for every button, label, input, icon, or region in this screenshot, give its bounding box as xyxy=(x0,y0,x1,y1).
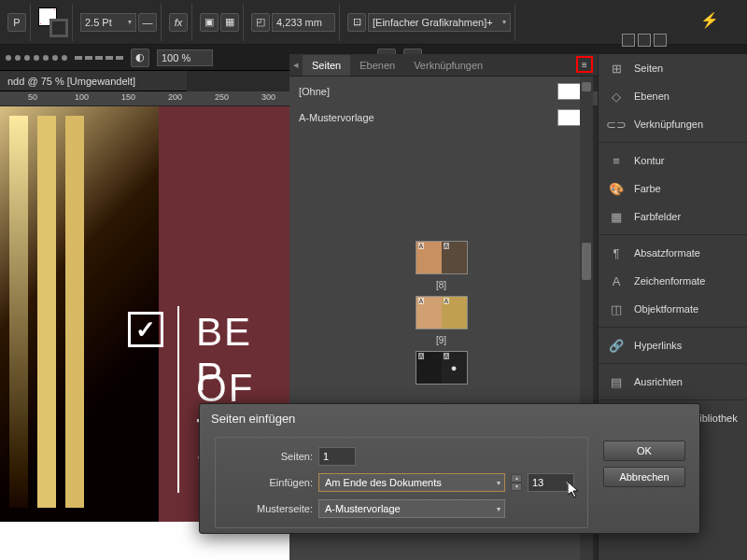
lightning-icon[interactable]: ⚡ xyxy=(700,11,719,29)
page-spinner[interactable]: ▴▾ xyxy=(511,474,522,491)
panel-verknüpfungen[interactable]: ⊂⊃Verknüpfungen xyxy=(599,110,747,138)
object-style-dropdown[interactable]: [Einfacher Grafikrahmen]+ xyxy=(368,13,511,32)
panel-ausrichten[interactable]: ▤Ausrichten xyxy=(599,368,747,396)
panel-farbfelder[interactable]: ▦Farbfelder xyxy=(599,203,747,231)
char-icon[interactable]: P xyxy=(7,13,26,32)
panel-tab-bar: ◂ Seiten Ebenen Verknüpfungen ▸▸ xyxy=(289,54,598,77)
panel-hyperlinks[interactable]: 🔗Hyperlinks xyxy=(599,331,747,359)
stroke-style-icon[interactable]: — xyxy=(138,13,157,32)
tab-seiten[interactable]: Seiten xyxy=(303,55,350,76)
fill-stroke-control[interactable] xyxy=(38,7,68,37)
page-thumb-8[interactable] xyxy=(416,241,468,274)
master-none-row[interactable]: [Ohne] xyxy=(289,77,593,103)
insert-position-select[interactable]: Am Ende des Dokuments xyxy=(318,473,505,492)
dialog-title: Seiten einfügen xyxy=(200,404,699,433)
view-mode-2[interactable] xyxy=(638,34,651,47)
frame-icon[interactable]: ⊡ xyxy=(347,13,366,32)
cancel-button[interactable]: Abbrechen xyxy=(603,467,685,487)
panel-zeichenformate[interactable]: AZeichenformate xyxy=(599,267,747,295)
pages-count-input[interactable] xyxy=(318,447,356,466)
panel-farbe[interactable]: 🎨Farbe xyxy=(599,175,747,203)
tab-verknuepfungen[interactable]: Verknüpfungen xyxy=(404,55,492,76)
checkmark-graphic xyxy=(128,312,163,347)
page-number-input[interactable]: 13 xyxy=(528,473,574,492)
page-thumb-9[interactable] xyxy=(416,296,468,329)
panel-objektformate[interactable]: ◫Objektformate xyxy=(599,295,747,323)
ok-button[interactable]: OK xyxy=(603,441,685,461)
panel-seiten[interactable]: ⊞Seiten xyxy=(599,54,747,82)
opacity-input[interactable]: 100 % xyxy=(157,49,213,66)
opacity-icon[interactable]: ◐ xyxy=(131,49,149,67)
document-tab[interactable]: ndd @ 75 % [Umgewandelt] xyxy=(0,71,187,91)
master-a-row[interactable]: A-Mustervorlage xyxy=(289,103,593,129)
insert-pages-dialog: Seiten einfügen Seiten: Einfügen: Am End… xyxy=(199,403,700,534)
panel-menu-button[interactable] xyxy=(576,56,593,73)
view-mode-3[interactable] xyxy=(654,34,667,47)
wrap-none-icon[interactable]: ▣ xyxy=(200,13,218,32)
panel-ebenen[interactable]: ◇Ebenen xyxy=(599,82,747,110)
dimension-input[interactable]: 4,233 mm xyxy=(272,13,335,32)
page-thumb-10[interactable]: ● xyxy=(416,351,468,385)
fx-icon[interactable]: fx xyxy=(169,13,188,32)
view-mode-1[interactable] xyxy=(622,34,635,47)
tab-ebenen[interactable]: Ebenen xyxy=(350,55,404,76)
corner-icon[interactable]: ◰ xyxy=(251,13,270,32)
master-page-select[interactable]: A-Mustervorlage xyxy=(318,499,505,518)
wrap-around-icon[interactable]: ▦ xyxy=(220,13,239,32)
panel-kontur[interactable]: ≡Kontur xyxy=(599,147,747,175)
panel-absatzformate[interactable]: ¶Absatzformate xyxy=(599,239,747,267)
stroke-weight-dropdown[interactable]: 2.5 Pt xyxy=(80,13,136,32)
